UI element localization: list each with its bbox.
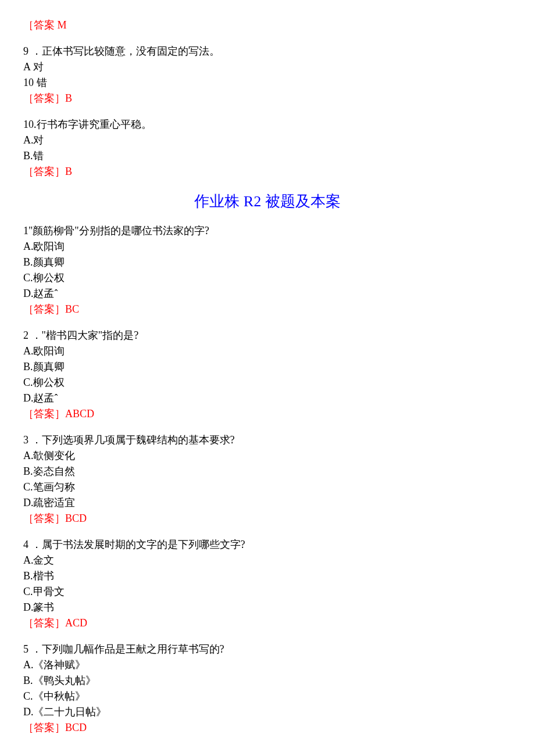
q9-option-b: 10 错: [23, 75, 512, 91]
mq1-option-b: B.颜真卿: [23, 255, 512, 270]
mq3-answer: ［答案］BCD: [23, 511, 512, 526]
mq2-option-c: C.柳公权: [23, 375, 512, 390]
mq1-option-a: A.欧阳询: [23, 239, 512, 255]
q10-answer: ［答案］B: [23, 164, 512, 180]
question-9: 9 ．正体书写比较随意，没有固定的写法。 A 对 10 错 ［答案］B: [23, 44, 512, 106]
q10-stem: 10.行书布字讲究重心平稳。: [23, 117, 512, 132]
q9-option-a: A 对: [23, 59, 512, 75]
multi-question-4: 4 ．属于书法发展时期的文字的是下列哪些文字? A.金文 B.楷书 C.甲骨文 …: [23, 537, 512, 631]
mq5-option-c: C.《中秋帖》: [23, 689, 512, 704]
mq5-option-d: D.《二十九日帖》: [23, 704, 512, 720]
mq2-option-d: D.赵孟ˆ: [23, 390, 512, 406]
mq3-option-a: A.欹侧变化: [23, 448, 512, 464]
mq3-option-d: D.疏密适宜: [23, 495, 512, 511]
mq2-option-a: A.欧阳询: [23, 343, 512, 359]
q9-stem: 9 ．正体书写比较随意，没有固定的写法。: [23, 44, 512, 59]
mq3-option-b: B.姿态自然: [23, 464, 512, 479]
mq1-option-c: C.柳公权: [23, 270, 512, 286]
q10-option-a: A.对: [23, 132, 512, 148]
mq5-answer: ［答案］BCD: [23, 720, 512, 736]
mq2-answer: ［答案］ABCD: [23, 406, 512, 422]
section-title: 作业株 R2 被题及本案: [23, 190, 512, 213]
answer-top: ［答案 M: [23, 17, 512, 33]
mq1-option-d: D.赵孟ˆ: [23, 286, 512, 302]
mq2-stem: 2 ．"楷书四大家"指的是?: [23, 328, 512, 343]
q10-option-b: B.错: [23, 148, 512, 164]
multi-question-2: 2 ．"楷书四大家"指的是? A.欧阳询 B.颜真卿 C.柳公权 D.赵孟ˆ ［…: [23, 328, 512, 422]
multi-question-1: 1"颜筋柳骨"分别指的是哪位书法家的字? A.欧阳询 B.颜真卿 C.柳公权 D…: [23, 223, 512, 317]
mq4-option-a: A.金文: [23, 553, 512, 568]
mq3-stem: 3 ．下列选项界几项属于魏碑结构的基本要求?: [23, 432, 512, 448]
multi-question-3: 3 ．下列选项界几项属于魏碑结构的基本要求? A.欹侧变化 B.姿态自然 C.笔…: [23, 432, 512, 526]
mq4-option-d: D.篆书: [23, 600, 512, 615]
mq4-option-c: C.甲骨文: [23, 584, 512, 600]
question-10: 10.行书布字讲究重心平稳。 A.对 B.错 ［答案］B: [23, 117, 512, 180]
multi-question-5: 5 ．下列咖几幅作品是王献之用行草书写的? A.《洛神赋》 B.《鸭头丸帖》 C…: [23, 642, 512, 736]
mq1-stem: 1"颜筋柳骨"分别指的是哪位书法家的字?: [23, 223, 512, 239]
mq4-stem: 4 ．属于书法发展时期的文字的是下列哪些文字?: [23, 537, 512, 553]
mq2-option-b: B.颜真卿: [23, 359, 512, 375]
mq4-answer: ［答案］ACD: [23, 615, 512, 631]
q9-answer: ［答案］B: [23, 91, 512, 106]
mq5-stem: 5 ．下列咖几幅作品是王献之用行草书写的?: [23, 642, 512, 657]
mq4-option-b: B.楷书: [23, 568, 512, 584]
mq3-option-c: C.笔画匀称: [23, 479, 512, 495]
mq1-answer: ［答案］BC: [23, 302, 512, 317]
mq5-option-a: A.《洛神赋》: [23, 657, 512, 673]
mq5-option-b: B.《鸭头丸帖》: [23, 673, 512, 689]
